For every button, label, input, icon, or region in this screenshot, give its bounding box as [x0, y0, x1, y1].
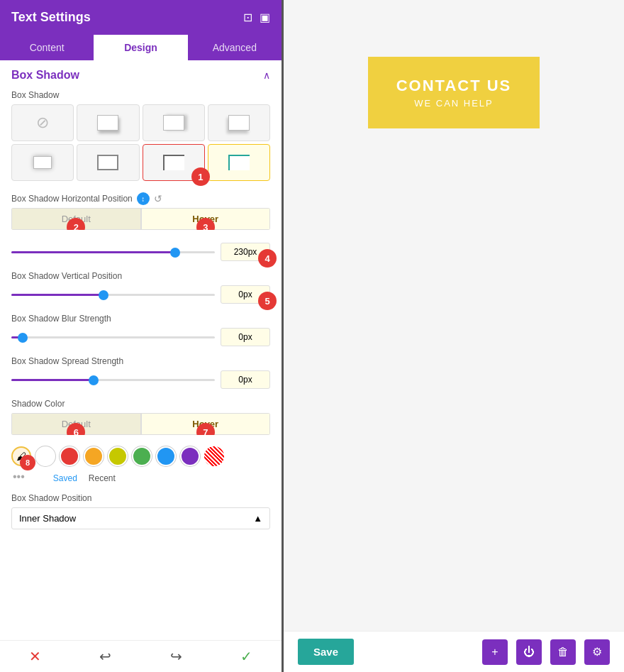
- horizontal-slider-track[interactable]: [11, 251, 215, 253]
- horizontal-position-label: Box Shadow Horizontal Position: [11, 194, 133, 204]
- header-icons: ⊡ ▣: [243, 11, 270, 24]
- trash-icon: 🗑: [557, 646, 569, 659]
- sidebar-icon[interactable]: ▣: [260, 11, 270, 24]
- save-button[interactable]: Save: [298, 639, 354, 665]
- redo-button[interactable]: ↪: [170, 648, 182, 665]
- shadow-options-grid: 1: [11, 104, 270, 181]
- shadow-option-all[interactable]: [11, 144, 74, 181]
- horizontal-default-btn[interactable]: Default 2: [11, 208, 141, 230]
- spread-slider-fill: [11, 379, 93, 381]
- color-swatch-white[interactable]: [35, 446, 55, 466]
- horizontal-position-section: Box Shadow Horizontal Position ↕ ↺ Defau…: [11, 192, 270, 261]
- section-title: Box Shadow: [11, 69, 79, 82]
- undo-button[interactable]: ↩: [99, 648, 111, 665]
- dropdown-arrow-icon: ▲: [253, 513, 262, 524]
- spread-slider-track[interactable]: [11, 379, 215, 381]
- vertical-position-label: Box Shadow Vertical Position: [11, 271, 270, 281]
- cancel-button[interactable]: ✕: [29, 648, 41, 665]
- vertical-position-section: Box Shadow Vertical Position 0px 5: [11, 271, 270, 304]
- spread-strength-label: Box Shadow Spread Strength: [11, 356, 270, 366]
- color-swatch-green[interactable]: [132, 446, 152, 466]
- shadow-option-bottomleft[interactable]: [208, 104, 270, 141]
- vertical-slider-thumb[interactable]: [99, 290, 108, 300]
- focus-icon[interactable]: ⊡: [243, 11, 252, 24]
- contact-title: CONTACT US: [396, 77, 512, 95]
- shadow-position-section: Box Shadow Position Inner Shadow ▲: [11, 493, 270, 529]
- vertical-slider-value[interactable]: 0px 5: [221, 285, 270, 304]
- shadow-color-section: Shadow Color Default 6 Hover 7 🖌 8: [11, 399, 270, 483]
- shadow-option-right[interactable]: [143, 104, 205, 141]
- vertical-slider-row: 0px 5: [11, 285, 270, 304]
- blur-slider-row: 0px: [11, 328, 270, 346]
- saved-recent: Saved Recent: [29, 473, 116, 483]
- tab-content[interactable]: Content: [0, 35, 94, 60]
- horizontal-label-row: Box Shadow Horizontal Position ↕ ↺: [11, 192, 270, 205]
- section-collapse-icon[interactable]: ∧: [263, 70, 270, 81]
- gear-button[interactable]: ⚙: [584, 639, 610, 665]
- horizontal-slider-thumb[interactable]: [170, 248, 180, 258]
- horizontal-slider-value[interactable]: 230px 4: [221, 243, 270, 261]
- panel-header: Text Settings ⊡ ▣: [0, 0, 282, 35]
- color-swatch-purple[interactable]: [180, 446, 200, 466]
- shadow-position-label: Box Shadow Position: [11, 493, 270, 503]
- horizontal-toggle-group: Default 2 Hover 3: [11, 208, 270, 230]
- blur-slider-thumb[interactable]: [18, 333, 28, 343]
- badge-4: 4: [258, 249, 277, 268]
- shadow-option-outline[interactable]: [77, 144, 139, 181]
- badge-1: 1: [191, 167, 210, 186]
- color-picker-row: 🖌 8: [11, 446, 270, 466]
- more-colors-dots[interactable]: •••: [13, 470, 25, 483]
- contact-button[interactable]: CONTACT US WE CAN HELP: [368, 57, 540, 128]
- color-swatch-yellow[interactable]: [108, 446, 128, 466]
- horizontal-slider-fill: [11, 251, 174, 253]
- box-shadow-label: Box Shadow: [11, 90, 270, 100]
- blur-strength-section: Box Shadow Blur Strength 0px: [11, 314, 270, 346]
- tab-design[interactable]: Design: [94, 35, 187, 60]
- blur-slider-value[interactable]: 0px: [221, 328, 270, 346]
- vertical-slider-track[interactable]: [11, 294, 215, 296]
- bottom-bar: Save + ⏻ 🗑 ⚙: [284, 631, 624, 672]
- shadow-option-none[interactable]: [11, 104, 74, 141]
- horizontal-hover-btn[interactable]: Hover 3: [141, 208, 271, 230]
- shadow-option-corner[interactable]: [208, 144, 270, 181]
- color-stripe-transparent[interactable]: [204, 446, 224, 466]
- confirm-button[interactable]: ✓: [240, 648, 252, 665]
- shadow-color-label: Shadow Color: [11, 399, 270, 409]
- spread-strength-section: Box Shadow Spread Strength 0px: [11, 356, 270, 389]
- blur-strength-label: Box Shadow Blur Strength: [11, 314, 270, 324]
- add-button[interactable]: +: [482, 639, 508, 665]
- badge-5: 5: [258, 292, 277, 310]
- panel-content: Box Shadow ∧ Box Shadow: [0, 60, 282, 640]
- bottom-toolbar: ✕ ↩ ↪ ✓: [0, 640, 282, 672]
- spread-slider-thumb[interactable]: [89, 375, 99, 385]
- tabs: Content Design Advanced: [0, 35, 282, 60]
- tab-advanced[interactable]: Advanced: [188, 35, 282, 60]
- color-default-btn[interactable]: Default 6: [11, 413, 141, 435]
- color-hover-btn[interactable]: Hover 7: [141, 413, 271, 435]
- trash-button[interactable]: 🗑: [550, 639, 576, 665]
- right-actions: + ⏻ 🗑 ⚙: [482, 639, 610, 665]
- recent-link[interactable]: Recent: [89, 473, 116, 483]
- shadow-option-selected[interactable]: 1: [143, 144, 205, 181]
- color-swatch-orange[interactable]: [84, 446, 104, 466]
- color-brush-icon[interactable]: 🖌 8: [11, 446, 31, 466]
- shadow-position-dropdown[interactable]: Inner Shadow ▲: [11, 507, 270, 529]
- color-swatch-blue[interactable]: [156, 446, 176, 466]
- color-toggle-group: Default 6 Hover 7: [11, 413, 270, 435]
- blur-slider-track[interactable]: [11, 336, 215, 338]
- horizontal-slider-row: 230px 4: [11, 243, 270, 261]
- horizontal-reset-icon[interactable]: ↺: [154, 193, 162, 204]
- horizontal-sync-icon[interactable]: ↕: [137, 192, 150, 205]
- color-swatch-red[interactable]: [60, 446, 79, 466]
- power-icon: ⏻: [523, 646, 535, 659]
- canvas-area: CONTACT US WE CAN HELP: [284, 0, 624, 631]
- saved-link[interactable]: Saved: [53, 473, 77, 483]
- spread-slider-row: 0px: [11, 370, 270, 389]
- power-button[interactable]: ⏻: [516, 639, 542, 665]
- shadow-option-bottom[interactable]: [77, 104, 139, 141]
- shadow-position-value: Inner Shadow: [19, 513, 76, 524]
- right-panel: CONTACT US WE CAN HELP Save + ⏻ 🗑 ⚙: [284, 0, 624, 672]
- section-header: Box Shadow ∧: [11, 69, 270, 82]
- spread-slider-value[interactable]: 0px: [221, 370, 270, 389]
- badge-8: 8: [20, 455, 35, 470]
